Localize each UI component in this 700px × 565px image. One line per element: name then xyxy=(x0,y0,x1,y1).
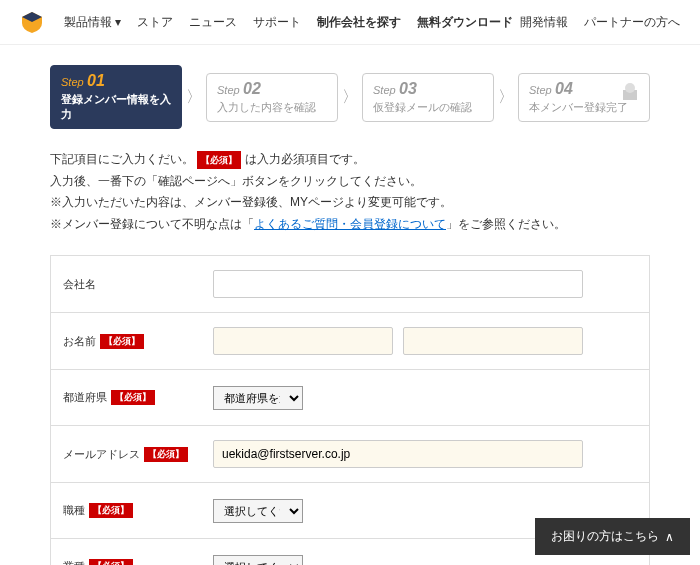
email-input[interactable] xyxy=(213,440,583,468)
label-job: 職種【必須】 xyxy=(51,483,201,538)
industry-select[interactable]: 選択してくださ xyxy=(213,555,303,565)
chevron-up-icon: ∧ xyxy=(665,530,674,544)
label-company: 会社名 xyxy=(51,256,201,312)
required-badge: 【必須】 xyxy=(111,390,155,405)
required-badge: 【必須】 xyxy=(144,447,188,462)
row-pref: 都道府県【必須】 都道府県を選択 xyxy=(51,370,649,426)
label-pref: 都道府県【必須】 xyxy=(51,370,201,425)
company-input[interactable] xyxy=(213,270,583,298)
step-3: Step 03 仮登録メールの確認 xyxy=(362,73,494,122)
intro-text: 下記項目にご入力くだい。 【必須】 は入力必須項目です。 入力後、一番下の「確認… xyxy=(50,149,650,235)
nav-partner[interactable]: パートナーの方へ xyxy=(584,14,680,31)
nav-store[interactable]: ストア xyxy=(137,14,173,31)
svg-point-1 xyxy=(625,83,635,93)
content: Step 01 登録メンバー情報を入力 〉 Step 02 入力した内容を確認 … xyxy=(0,45,700,565)
label-email: メールアドレス【必須】 xyxy=(51,426,201,482)
row-name: お名前【必須】 xyxy=(51,313,649,370)
nav-find-company[interactable]: 制作会社を探す xyxy=(317,14,401,31)
nav-dev-info[interactable]: 開発情報 xyxy=(520,14,568,31)
label-name: お名前【必須】 xyxy=(51,313,201,369)
chevron-right-icon: 〉 xyxy=(342,87,358,108)
step-indicator: Step 01 登録メンバー情報を入力 〉 Step 02 入力した内容を確認 … xyxy=(50,65,650,129)
faq-link[interactable]: よくあるご質問・会員登録について xyxy=(254,217,446,231)
step-1: Step 01 登録メンバー情報を入力 xyxy=(50,65,182,129)
nav-products[interactable]: 製品情報 ▾ xyxy=(64,14,121,31)
nav-left: 製品情報 ▾ ストア ニュース サポート 制作会社を探す 無料ダウンロード xyxy=(64,14,520,31)
header: 製品情報 ▾ ストア ニュース サポート 制作会社を探す 無料ダウンロード 開発… xyxy=(0,0,700,45)
required-badge: 【必須】 xyxy=(89,559,133,565)
nav-right: 開発情報 パートナーの方へ xyxy=(520,14,680,31)
nav-news[interactable]: ニュース xyxy=(189,14,237,31)
required-badge: 【必須】 xyxy=(197,151,241,169)
nav-download[interactable]: 無料ダウンロード xyxy=(417,14,513,31)
row-email: メールアドレス【必須】 xyxy=(51,426,649,483)
nav-support[interactable]: サポート xyxy=(253,14,301,31)
step-2: Step 02 入力した内容を確認 xyxy=(206,73,338,122)
help-button[interactable]: お困りの方はこちら ∧ xyxy=(535,518,690,555)
logo-icon xyxy=(20,10,44,34)
complete-icon xyxy=(615,78,645,108)
label-industry: 業種【必須】 xyxy=(51,539,201,565)
chevron-right-icon: 〉 xyxy=(498,87,514,108)
firstname-input[interactable] xyxy=(403,327,583,355)
job-select[interactable]: 選択してくださ xyxy=(213,499,303,523)
required-badge: 【必須】 xyxy=(100,334,144,349)
pref-select[interactable]: 都道府県を選択 xyxy=(213,386,303,410)
chevron-right-icon: 〉 xyxy=(186,87,202,108)
step-4: Step 04 本メンバー登録完了 xyxy=(518,73,650,122)
row-company: 会社名 xyxy=(51,256,649,313)
lastname-input[interactable] xyxy=(213,327,393,355)
required-badge: 【必須】 xyxy=(89,503,133,518)
